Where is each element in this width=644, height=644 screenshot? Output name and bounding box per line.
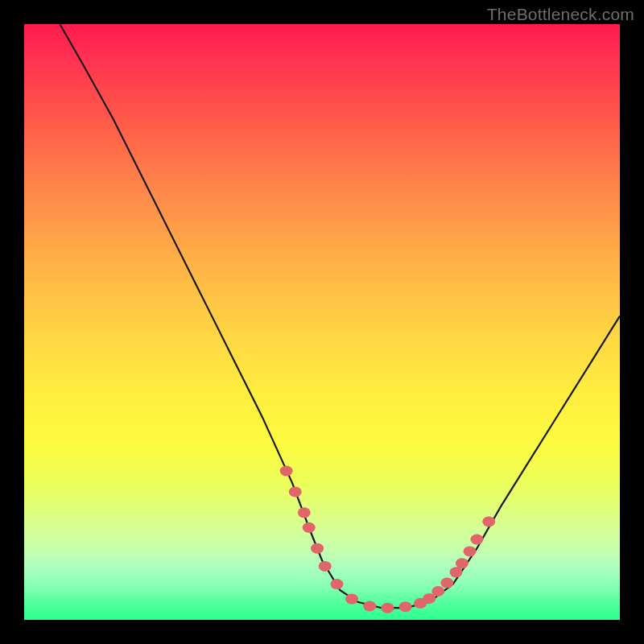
curve-marker (450, 567, 463, 577)
curve-marker (363, 601, 376, 612)
curve-marker (381, 603, 394, 613)
watermark-text: TheBottleneck.com (487, 5, 634, 24)
plot-area (24, 24, 620, 620)
bottleneck-curve (60, 24, 620, 608)
curve-marker (289, 486, 302, 497)
curve-marker (431, 586, 444, 597)
curve-marker (482, 516, 495, 526)
bottleneck-curve-svg (24, 24, 620, 620)
curve-marker (319, 561, 332, 572)
curve-marker (311, 543, 324, 554)
curve-marker (345, 594, 358, 605)
chart-frame: TheBottleneck.com (0, 0, 644, 644)
curve-marker (470, 535, 483, 545)
curve-marker (399, 601, 412, 612)
curve-marker (464, 546, 477, 556)
curve-marker (298, 507, 311, 518)
marker-group (280, 466, 496, 613)
curve-marker (303, 522, 316, 533)
curve-marker (331, 579, 344, 589)
curve-marker (440, 578, 453, 588)
curve-marker (280, 466, 293, 477)
curve-marker (456, 558, 469, 568)
